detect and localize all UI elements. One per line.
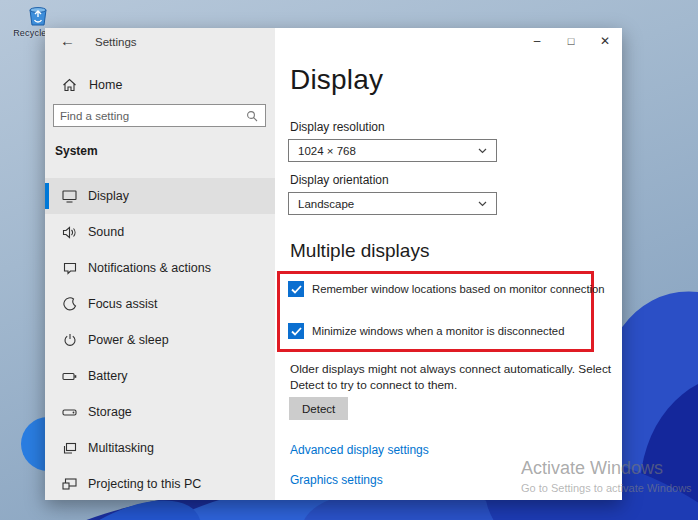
orientation-dropdown[interactable]: Landscape	[288, 192, 497, 215]
graphics-settings-link[interactable]: Graphics settings	[290, 473, 383, 487]
window-title: Settings	[95, 36, 137, 48]
multitasking-icon	[62, 442, 77, 455]
settings-main-panel: – □ ✕ Display Display resolution 1024 × …	[275, 28, 622, 500]
checkbox-checked-icon[interactable]	[288, 281, 304, 297]
sidebar-item-power-sleep[interactable]: Power & sleep	[45, 322, 275, 358]
sidebar-item-notifications[interactable]: Notifications & actions	[45, 250, 275, 286]
checkbox-label: Remember window locations based on monit…	[312, 283, 605, 295]
checkbox-checked-icon[interactable]	[288, 323, 304, 339]
settings-sidebar: ← Settings Home System	[45, 28, 275, 500]
battery-icon	[62, 372, 77, 381]
sidebar-item-sound[interactable]: Sound	[45, 214, 275, 250]
search-input[interactable]	[54, 110, 246, 122]
settings-window: ← Settings Home System	[45, 28, 622, 500]
sidebar-item-label: Multitasking	[88, 441, 154, 455]
search-icon	[246, 110, 258, 122]
back-button[interactable]: ←	[60, 32, 75, 49]
sidebar-item-label: Battery	[88, 369, 128, 383]
sidebar-item-label: Power & sleep	[88, 333, 169, 347]
recycle-bin-icon	[25, 3, 51, 27]
projecting-icon	[62, 478, 77, 490]
display-icon	[62, 190, 77, 203]
settings-search-box[interactable]	[53, 104, 266, 127]
multiple-displays-heading: Multiple displays	[290, 240, 429, 262]
desktop: Recycle Bin ← Settings Home	[0, 0, 698, 520]
sidebar-item-label: Home	[89, 78, 122, 92]
focus-assist-icon	[62, 297, 77, 311]
sidebar-item-multitasking[interactable]: Multitasking	[45, 430, 275, 466]
chevron-down-icon	[478, 148, 487, 154]
window-controls: – □ ✕	[520, 28, 622, 54]
sidebar-item-label: Storage	[88, 405, 132, 419]
advanced-display-settings-link[interactable]: Advanced display settings	[290, 443, 429, 457]
sidebar-item-projecting[interactable]: Projecting to this PC	[45, 466, 275, 502]
resolution-value: 1024 × 768	[298, 145, 356, 157]
sidebar-item-display[interactable]: Display	[45, 178, 275, 214]
resolution-dropdown[interactable]: 1024 × 768	[288, 139, 497, 162]
close-button[interactable]: ✕	[588, 28, 622, 54]
sidebar-item-focus-assist[interactable]: Focus assist	[45, 286, 275, 322]
orientation-value: Landscape	[298, 198, 354, 210]
sidebar-item-battery[interactable]: Battery	[45, 358, 275, 394]
sidebar-item-label: Sound	[88, 225, 124, 239]
resolution-label: Display resolution	[290, 120, 385, 134]
sidebar-item-storage[interactable]: Storage	[45, 394, 275, 430]
minimize-button[interactable]: –	[520, 28, 554, 54]
sound-icon	[62, 226, 77, 239]
sidebar-section-system: System	[55, 144, 98, 158]
sidebar-nav: Display Sound	[45, 178, 275, 502]
chevron-down-icon	[478, 201, 487, 207]
notifications-icon	[62, 262, 77, 275]
orientation-label: Display orientation	[290, 173, 389, 187]
minimize-windows-checkbox-row[interactable]: Minimize windows when a monitor is disco…	[288, 323, 564, 339]
sidebar-item-label: Focus assist	[88, 297, 157, 311]
sidebar-item-label: Display	[88, 189, 129, 203]
older-displays-text: Older displays might not always connect …	[290, 362, 620, 394]
sidebar-item-home[interactable]: Home	[45, 70, 275, 100]
page-title: Display	[290, 64, 383, 96]
maximize-button[interactable]: □	[554, 28, 588, 54]
home-icon	[62, 78, 77, 92]
storage-icon	[62, 409, 77, 416]
sidebar-item-label: Notifications & actions	[88, 261, 211, 275]
sidebar-item-label: Projecting to this PC	[88, 477, 201, 491]
remember-locations-checkbox-row[interactable]: Remember window locations based on monit…	[288, 281, 605, 297]
checkbox-label: Minimize windows when a monitor is disco…	[312, 325, 564, 337]
detect-button[interactable]: Detect	[289, 397, 348, 420]
power-icon	[62, 333, 77, 347]
